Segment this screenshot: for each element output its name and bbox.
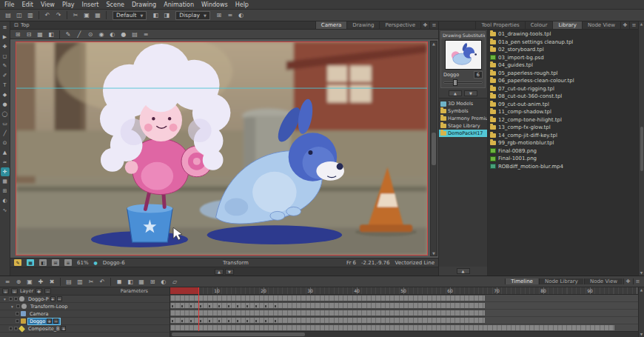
view-options-icon[interactable] [141, 30, 151, 39]
library-file-row[interactable]: 08_cut-out-360-const.tpl [488, 93, 638, 101]
save-button[interactable] [25, 10, 36, 20]
library-file-row[interactable]: Final-1001.png [488, 155, 638, 163]
tab-tool-properties[interactable]: Tool Properties [475, 21, 524, 29]
scrollbar-thumb[interactable] [432, 133, 436, 165]
grid-tool[interactable] [1, 177, 10, 186]
scroll-down-icon[interactable] [432, 251, 435, 256]
window-vertical-scrollbar[interactable] [638, 21, 644, 276]
add-keyframe-button[interactable] [64, 277, 74, 287]
camera-vertical-scrollbar[interactable] [430, 41, 437, 256]
exposure-block[interactable] [170, 296, 485, 301]
animate-transform-tool[interactable] [1, 167, 10, 176]
tab-node-view[interactable]: Node View [582, 21, 620, 29]
menu-item-file[interactable]: File [4, 1, 14, 8]
camera-frame[interactable] [16, 41, 428, 256]
paint-tool[interactable] [1, 90, 10, 99]
add-layer-icon[interactable] [36, 288, 42, 294]
add-view-button[interactable] [623, 278, 632, 284]
exposure-block[interactable] [170, 303, 485, 308]
stage-scene[interactable] [16, 42, 427, 255]
timeline-vertical-scrollbar[interactable] [638, 287, 644, 337]
drawing-substitution-preview[interactable] [445, 40, 482, 70]
smooth-editor-tool[interactable] [1, 158, 10, 167]
add-parameter-icon[interactable] [61, 326, 66, 331]
add-peg-button[interactable] [24, 277, 35, 287]
open-scene-button[interactable] [14, 10, 24, 20]
timeline-frame-area[interactable]: 10 20 30 40 50 60 70 80 90 [170, 287, 644, 337]
timeline-layer-row[interactable]: Camera [0, 310, 170, 318]
tab-timeline[interactable]: Timeline [505, 278, 538, 284]
layer-enable-checkbox[interactable] [9, 327, 13, 330]
menu-item-scene[interactable]: Scene [107, 1, 124, 8]
remove-layer-icon[interactable] [44, 288, 51, 294]
layer-enable-checkbox[interactable] [16, 319, 19, 323]
library-file-row[interactable]: 12_comp-tone-hilight.tpl [488, 116, 638, 124]
view-menu-button[interactable] [429, 21, 438, 29]
add-drawing-layer-button[interactable] [13, 277, 24, 287]
timeline-exposure-rows[interactable] [170, 295, 638, 331]
library-file-row[interactable]: 14_comp-jit-diff-key.tpl [488, 132, 638, 140]
pencil-tool[interactable] [1, 61, 10, 70]
add-parameter-icon[interactable] [47, 318, 52, 324]
layer-enable-checkbox[interactable] [9, 297, 13, 301]
library-file-row[interactable]: 03_import-bg.psd [488, 54, 638, 62]
exposure-row[interactable] [170, 295, 638, 302]
onion-skin-range-button[interactable] [125, 277, 135, 287]
add-view-button[interactable] [420, 21, 429, 29]
transform-tool[interactable] [1, 42, 10, 51]
tree-item-demopack[interactable]: DemoPackH17 [439, 130, 487, 137]
library-file-row[interactable]: 07_cut-out-rigging.tpl [488, 85, 638, 93]
scroll-down-icon[interactable] [640, 271, 643, 275]
splitter-down-icon[interactable] [225, 269, 234, 275]
paste-button[interactable] [93, 10, 103, 20]
reset-view-icon[interactable] [85, 30, 95, 39]
brush-tool[interactable] [1, 71, 10, 80]
redo-button[interactable] [53, 10, 64, 20]
render-toggle-button[interactable] [236, 10, 246, 20]
text-tool[interactable] [1, 81, 10, 90]
library-file-row[interactable]: 01a_pen settings cleanup.tpl [488, 39, 638, 47]
ease-in-button[interactable] [97, 277, 107, 287]
zoom-out-button[interactable] [161, 10, 172, 20]
scroll-up-icon[interactable] [640, 22, 643, 26]
scrollbar-thumb[interactable] [640, 127, 643, 171]
scroll-down-icon[interactable] [640, 333, 643, 336]
onion-skin-tool[interactable] [1, 196, 10, 205]
remove-parameter-icon[interactable] [57, 296, 62, 301]
previous-drawing-button[interactable] [449, 90, 462, 96]
field-grid-icon[interactable] [24, 30, 34, 39]
zoom-timeline-button[interactable] [147, 277, 158, 287]
next-drawing-button[interactable] [464, 90, 477, 96]
light-table-status-icon[interactable] [27, 259, 34, 266]
scroll-up-icon[interactable] [640, 288, 643, 292]
add-layer-button[interactable] [214, 10, 224, 20]
timeline-layer-row[interactable]: Transform-Loop [0, 303, 170, 310]
timeline-layer-row[interactable]: Doggo [0, 318, 170, 325]
menu-item-edit[interactable]: Edit [21, 1, 33, 8]
layer-menu-icon[interactable] [2, 288, 9, 294]
mask-status-icon[interactable] [39, 259, 47, 266]
library-file-row[interactable]: 11_comp-shadow.tpl [488, 108, 638, 116]
playhead[interactable] [198, 287, 199, 331]
menu-item-animation[interactable]: Animation [164, 1, 194, 8]
safe-area-icon[interactable] [35, 30, 45, 39]
select-tool[interactable] [1, 33, 10, 41]
tab-node-view-bottom[interactable]: Node View [584, 278, 623, 284]
remove-keyframe-button[interactable] [75, 277, 85, 287]
collapse-icon[interactable] [2, 297, 7, 301]
tool-preset-dropdown[interactable]: Default [113, 11, 147, 20]
layer-enable-checkbox[interactable] [16, 304, 20, 308]
expand-all-icon[interactable] [11, 288, 18, 294]
library-file-row[interactable]: 09_cut-out-anim.tpl [488, 101, 638, 109]
tree-item-3d-models[interactable]: 3D Models [439, 100, 487, 107]
menu-item-drawing[interactable]: Drawing [132, 1, 156, 8]
library-file-row[interactable]: ROBdiff_motion-blur.mp4 [488, 163, 638, 171]
opengl-mode-icon[interactable] [107, 30, 118, 39]
matte-view-icon[interactable] [118, 30, 129, 39]
collapse-icon[interactable] [10, 304, 15, 309]
menu-item-view[interactable]: View [41, 1, 55, 8]
menu-item-windows[interactable]: Windows [201, 1, 228, 8]
shift-trace-tool[interactable] [1, 187, 10, 196]
delete-layer-button[interactable] [47, 277, 57, 287]
splitter-up-icon[interactable] [215, 269, 224, 275]
